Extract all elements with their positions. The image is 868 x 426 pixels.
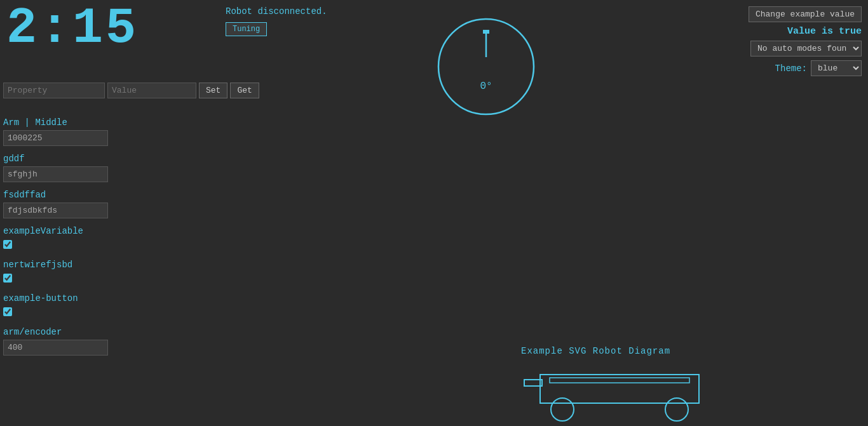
- robot-status: Robot disconnected.: [226, 6, 327, 17]
- timer-display: 2:15: [6, 3, 139, 54]
- svg-rect-4: [540, 375, 699, 403]
- svg-point-7: [551, 398, 574, 421]
- svg-text:0°: 0°: [480, 81, 492, 92]
- get-button[interactable]: Get: [230, 83, 259, 98]
- svg-rect-5: [524, 380, 542, 386]
- tuning-label-gddf: gddf: [3, 154, 121, 164]
- theme-row: Theme: blue dark light: [775, 60, 862, 76]
- robot-diagram-label: Example SVG Robot Diagram: [521, 346, 670, 356]
- property-value-row: Set Get: [3, 83, 259, 98]
- theme-select[interactable]: blue dark light: [811, 60, 862, 76]
- tuning-label-arm-encoder: arm/encoder: [3, 327, 121, 337]
- svg-rect-2: [483, 30, 489, 34]
- property-input[interactable]: [3, 83, 105, 98]
- tuning-group-arm-middle: Arm | Middle: [3, 117, 121, 146]
- tuning-panel: Arm | Middle gddf fsddffad exampleVariab…: [3, 117, 121, 363]
- change-example-button[interactable]: Change example value: [749, 6, 862, 22]
- tuning-input-gddf[interactable]: [3, 166, 108, 182]
- theme-label: Theme:: [775, 63, 807, 74]
- tuning-button[interactable]: Tuning: [226, 22, 267, 36]
- tuning-checkbox-examplevariable[interactable]: [3, 240, 12, 249]
- tuning-label-arm-middle: Arm | Middle: [3, 117, 121, 128]
- robot-diagram-svg: [521, 362, 718, 425]
- value-input[interactable]: [107, 83, 196, 98]
- tuning-input-fsddffad[interactable]: [3, 203, 108, 218]
- svg-point-8: [665, 398, 688, 421]
- tuning-label-fsddffad: fsddffad: [3, 190, 121, 200]
- tuning-group-arm-encoder: arm/encoder: [3, 327, 121, 356]
- tuning-group-examplevariable: exampleVariable: [3, 226, 121, 252]
- gyro-svg: 0°: [432, 13, 540, 121]
- svg-rect-6: [550, 378, 689, 383]
- tuning-checkbox-example-button[interactable]: [3, 307, 12, 316]
- gyro-container: 0°: [432, 13, 540, 124]
- value-status: Value is true: [787, 26, 862, 37]
- tuning-input-arm-middle[interactable]: [3, 130, 108, 146]
- tuning-checkbox-nertwirefjsbd[interactable]: [3, 274, 12, 283]
- auto-modes-select[interactable]: No auto modes found: [750, 41, 862, 57]
- tuning-group-gddf: gddf: [3, 154, 121, 182]
- tuning-group-nertwirefjsbd: nertwirefjsbd: [3, 260, 121, 286]
- tuning-group-fsddffad: fsddffad: [3, 190, 121, 218]
- tuning-label-nertwirefjsbd: nertwirefjsbd: [3, 260, 121, 270]
- set-button[interactable]: Set: [199, 83, 227, 98]
- tuning-label-example-button: example-button: [3, 293, 121, 303]
- tuning-group-example-button: example-button: [3, 293, 121, 319]
- tuning-input-arm-encoder[interactable]: [3, 340, 108, 356]
- right-panel: Change example value Value is true No au…: [749, 6, 862, 76]
- tuning-label-examplevariable: exampleVariable: [3, 226, 121, 236]
